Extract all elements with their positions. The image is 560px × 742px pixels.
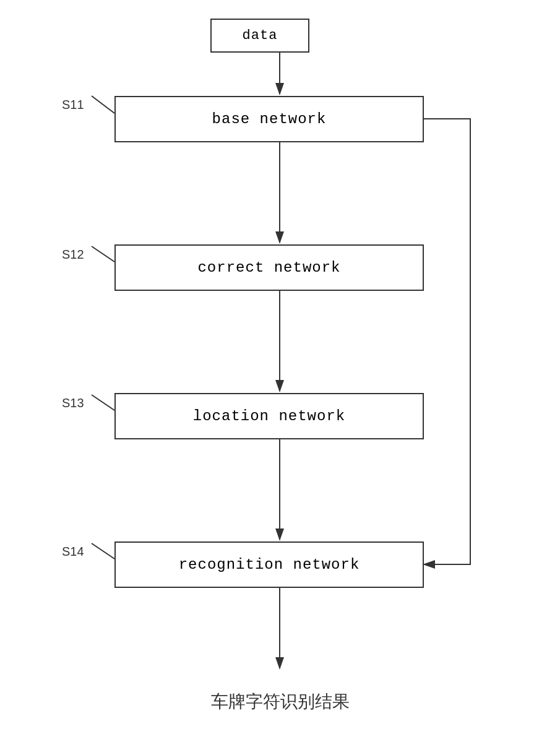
location-network-label: location network bbox=[193, 408, 345, 425]
step-label-s11: S11 bbox=[62, 98, 84, 112]
recognition-network-label: recognition network bbox=[179, 556, 360, 573]
base-network-label: base network bbox=[212, 111, 327, 127]
data-box: data bbox=[210, 19, 309, 53]
correct-network-label: correct network bbox=[197, 259, 340, 276]
step-label-s13: S13 bbox=[62, 396, 84, 410]
diagram-container: data base network correct network locati… bbox=[0, 0, 560, 742]
result-label: 车牌字符识别结果 bbox=[211, 690, 350, 714]
svg-line-7 bbox=[92, 246, 114, 262]
step-label-s14: S14 bbox=[62, 545, 84, 559]
recognition-network-box: recognition network bbox=[114, 541, 424, 588]
location-network-box: location network bbox=[114, 393, 424, 439]
base-network-box: base network bbox=[114, 96, 424, 142]
svg-line-9 bbox=[92, 543, 114, 559]
correct-network-box: correct network bbox=[114, 244, 424, 291]
svg-line-6 bbox=[92, 96, 114, 113]
step-label-s12: S12 bbox=[62, 248, 84, 262]
data-label: data bbox=[243, 28, 278, 43]
svg-line-8 bbox=[92, 395, 114, 410]
